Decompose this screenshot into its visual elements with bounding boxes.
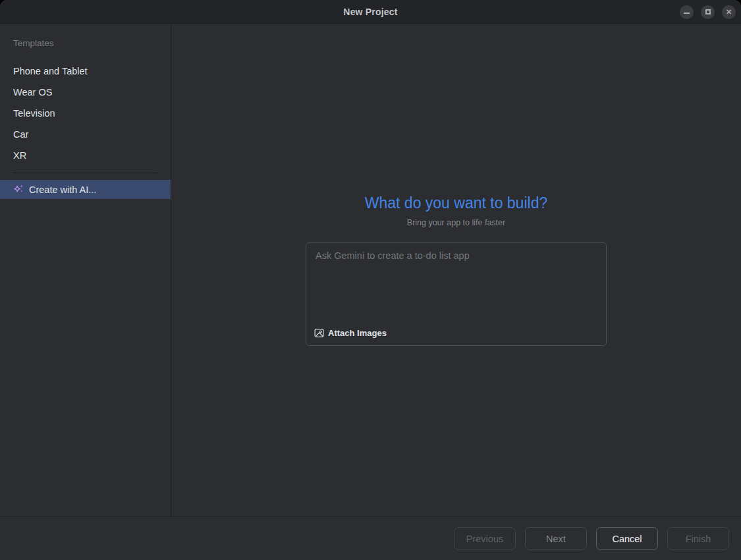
templates-header: Templates — [0, 38, 171, 48]
gemini-prompt-box: Attach Images — [306, 242, 607, 346]
sidebar-divider — [13, 173, 157, 173]
previous-button[interactable]: Previous — [454, 527, 516, 550]
maximize-button[interactable] — [701, 5, 715, 19]
sidebar-item-phone-and-tablet[interactable]: Phone and Tablet — [0, 61, 171, 82]
sidebar-item-wear-os[interactable]: Wear OS — [0, 82, 171, 103]
wizard-footer: Previous Next Cancel Finish — [0, 517, 741, 560]
sidebar-item-television[interactable]: Television — [0, 103, 171, 124]
finish-button[interactable]: Finish — [667, 527, 729, 550]
new-project-dialog: New Project ✕ Templates Phone and Tablet… — [0, 0, 741, 560]
gemini-prompt-input[interactable] — [306, 243, 606, 328]
image-icon — [314, 328, 324, 338]
sidebar-item-create-with-ai[interactable]: Create with AI... — [0, 180, 171, 199]
minimize-button[interactable] — [680, 5, 694, 19]
cancel-button[interactable]: Cancel — [596, 527, 658, 550]
sidebar-item-label: Create with AI... — [29, 184, 96, 195]
page-title: What do you want to build? — [365, 194, 547, 212]
titlebar: New Project ✕ — [0, 0, 741, 24]
page-subtitle: Bring your app to life faster — [407, 218, 505, 227]
next-button[interactable]: Next — [525, 527, 587, 550]
close-icon: ✕ — [726, 9, 732, 16]
gemini-sparkle-icon — [13, 184, 24, 195]
close-button[interactable]: ✕ — [722, 5, 736, 19]
attach-images-label: Attach Images — [328, 328, 387, 338]
dialog-body: Templates Phone and Tablet Wear OS Telev… — [0, 24, 741, 517]
sidebar-item-xr[interactable]: XR — [0, 145, 171, 166]
templates-sidebar: Templates Phone and Tablet Wear OS Telev… — [0, 24, 171, 517]
minimize-icon — [684, 13, 690, 14]
maximize-icon — [705, 9, 711, 14]
sidebar-item-car[interactable]: Car — [0, 124, 171, 145]
window-controls: ✕ — [680, 0, 736, 24]
create-with-ai-panel: What do you want to build? Bring your ap… — [171, 24, 741, 517]
window-title: New Project — [343, 7, 397, 17]
attach-images-button[interactable]: Attach Images — [306, 328, 395, 345]
